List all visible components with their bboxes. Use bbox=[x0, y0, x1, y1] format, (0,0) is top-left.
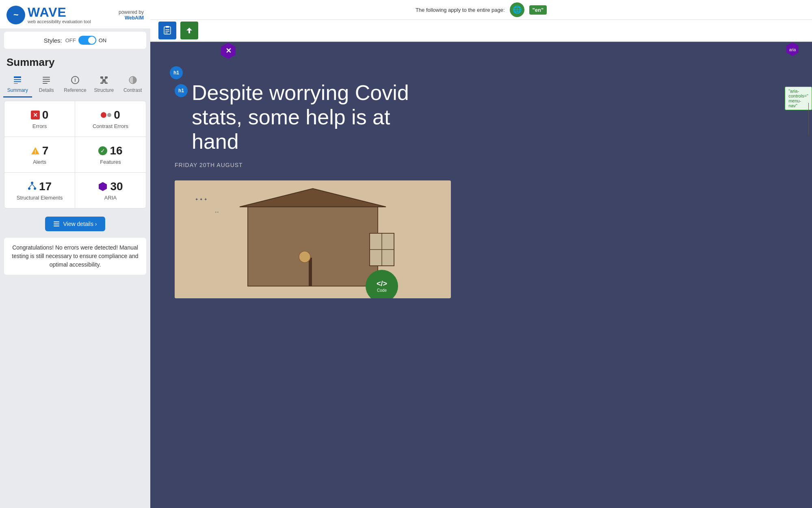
svg-rect-12 bbox=[102, 80, 106, 82]
stat-alerts[interactable]: ! 7 Alerts bbox=[4, 137, 75, 173]
tab-structure[interactable]: Structure bbox=[89, 71, 118, 98]
svg-point-49 bbox=[299, 251, 310, 263]
h1-inline-badge: h1 bbox=[175, 84, 188, 97]
tab-reference[interactable]: i Reference bbox=[61, 71, 90, 98]
icon-bar bbox=[150, 20, 812, 42]
view-details-label: View details › bbox=[63, 221, 97, 227]
vertical-separator bbox=[808, 103, 809, 135]
h1-badge: h1 bbox=[170, 66, 183, 79]
svg-point-23 bbox=[28, 187, 30, 190]
svg-marker-27 bbox=[99, 182, 107, 191]
page-info-text: The following apply to the entire page: bbox=[416, 7, 505, 13]
aria-tooltip: "aria- controls=" menu- nav" bbox=[785, 87, 812, 110]
tab-details-label: Details bbox=[39, 87, 54, 93]
svg-text:• •: • • bbox=[215, 210, 219, 214]
contrast-errors-count: 0 bbox=[114, 109, 120, 122]
stat-features[interactable]: ✓ 16 Features bbox=[75, 137, 146, 173]
errors-label: Errors bbox=[32, 123, 47, 129]
tab-details[interactable]: Details bbox=[32, 71, 61, 98]
svg-rect-7 bbox=[43, 83, 48, 84]
contrast-icon bbox=[127, 74, 139, 86]
structural-icon-num: 17 bbox=[28, 180, 52, 193]
aria-hexagon-overlay[interactable]: aria bbox=[785, 42, 800, 58]
aria-tooltip-line1: "aria- bbox=[788, 89, 808, 93]
logo-area: ~ WAVE web accessibility evaluation tool… bbox=[0, 0, 150, 28]
aria-icon-num: 30 bbox=[98, 180, 123, 193]
clipboard-icon bbox=[162, 26, 172, 35]
structural-count: 17 bbox=[39, 180, 52, 193]
en-badge: "en" bbox=[529, 5, 547, 15]
details-icon bbox=[41, 74, 52, 86]
clipboard-icon-btn[interactable] bbox=[158, 22, 176, 39]
svg-rect-32 bbox=[166, 26, 169, 28]
wave-logo-icon: ~ bbox=[6, 6, 25, 24]
powered-by: powered by WebAIM bbox=[119, 9, 144, 21]
wave-text-group: WAVE web accessibility evaluation tool bbox=[28, 6, 91, 24]
svg-rect-41 bbox=[248, 205, 378, 286]
aria-hexagon-icon bbox=[98, 182, 108, 191]
svg-rect-6 bbox=[43, 81, 50, 82]
article-area: ✕ h1 "aria- controls=" menu- nav" aria h… bbox=[150, 42, 812, 315]
aria-label: ARIA bbox=[104, 195, 117, 201]
main-content: The following apply to the entire page: … bbox=[150, 0, 812, 508]
arrow-icon-btn[interactable] bbox=[180, 22, 198, 39]
tab-summary[interactable]: Summary bbox=[3, 71, 32, 98]
structural-icon bbox=[28, 181, 37, 192]
webaim-link[interactable]: WebAIM bbox=[125, 15, 144, 21]
contrast-icon-num: 0 bbox=[101, 109, 120, 122]
alert-icon-wrap: ! bbox=[31, 146, 40, 155]
code-badge[interactable]: </> Code bbox=[366, 270, 398, 298]
language-icon: 🌐 bbox=[510, 2, 524, 17]
svg-rect-35 bbox=[165, 33, 168, 33]
aria-count: 30 bbox=[110, 180, 123, 193]
svg-rect-3 bbox=[14, 83, 18, 84]
svg-rect-1 bbox=[14, 79, 21, 80]
page-info-bar: The following apply to the entire page: … bbox=[150, 0, 812, 20]
error-overlay-badge[interactable]: ✕ bbox=[219, 42, 237, 61]
svg-line-15 bbox=[102, 78, 104, 80]
summary-icon bbox=[12, 74, 23, 86]
styles-toggle-label: Styles: bbox=[44, 37, 62, 44]
svg-rect-4 bbox=[43, 77, 50, 78]
svg-rect-29 bbox=[54, 224, 59, 224]
svg-rect-10 bbox=[100, 76, 103, 78]
toggle-container: OFF ON bbox=[65, 36, 107, 45]
aria-icon-wrap bbox=[98, 182, 108, 191]
structural-svg bbox=[28, 181, 37, 190]
error-hexagon-icon: ✕ bbox=[219, 42, 237, 60]
aria-tooltip-line3: menu- bbox=[788, 98, 808, 103]
structure-icon bbox=[98, 74, 110, 86]
stat-aria[interactable]: 30 ARIA bbox=[75, 173, 146, 208]
svg-rect-5 bbox=[43, 79, 50, 80]
svg-rect-33 bbox=[165, 29, 169, 30]
stat-errors[interactable]: ✕ 0 Errors bbox=[4, 101, 75, 137]
svg-rect-14 bbox=[105, 82, 108, 84]
toggle-knob bbox=[88, 37, 95, 44]
aria-badge-icon: aria bbox=[785, 42, 800, 56]
reference-icon: i bbox=[69, 74, 81, 86]
feature-icon: ✓ bbox=[98, 146, 107, 155]
sketch-svg: ✦ ✦ ✦ • • bbox=[175, 180, 451, 298]
errors-count: 0 bbox=[42, 109, 49, 122]
article-date: FRIDAY 20TH AUGUST bbox=[175, 162, 788, 168]
toggle-off-label: OFF bbox=[65, 37, 76, 43]
contrast-errors-label: Contrast Errors bbox=[93, 123, 128, 129]
list-icon bbox=[53, 221, 60, 227]
view-details-button[interactable]: View details › bbox=[45, 217, 105, 231]
svg-rect-28 bbox=[54, 221, 59, 222]
wave-letter: ~ bbox=[13, 10, 19, 20]
tab-reference-label: Reference bbox=[64, 87, 86, 93]
alerts-icon-num: ! 7 bbox=[31, 144, 49, 157]
code-badge-label: Code bbox=[377, 288, 387, 293]
congrats-message: Congratulations! No errors were detected… bbox=[4, 238, 146, 275]
styles-toggle-switch[interactable] bbox=[78, 36, 96, 45]
alerts-count: 7 bbox=[42, 144, 49, 157]
stat-structural[interactable]: 17 Structural Elements bbox=[4, 173, 75, 208]
features-label: Features bbox=[100, 159, 121, 165]
wave-logo: ~ WAVE web accessibility evaluation tool bbox=[6, 6, 91, 24]
svg-line-18 bbox=[104, 82, 106, 82]
alerts-label: Alerts bbox=[33, 159, 46, 165]
tab-contrast[interactable]: Contrast bbox=[118, 71, 147, 98]
code-badge-symbol: </> bbox=[377, 280, 387, 288]
stat-contrast-errors[interactable]: 0 Contrast Errors bbox=[75, 101, 146, 137]
